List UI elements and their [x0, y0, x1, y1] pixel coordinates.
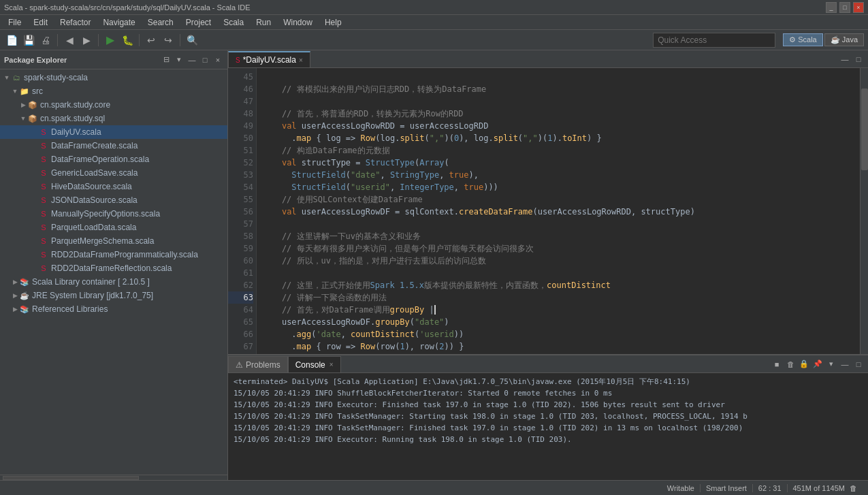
save-button[interactable]: 💾	[21, 33, 36, 48]
menu-edit[interactable]: Edit	[28, 16, 53, 29]
rdd2refl-label: RDD2DataFrameReflection.scala	[51, 264, 172, 273]
tree-item-parquetmerge[interactable]: S ParquetMergeSchema.scala	[0, 234, 227, 248]
console-pin-button[interactable]: 📌	[812, 359, 823, 370]
menu-project[interactable]: Project	[180, 16, 216, 29]
tree-item-jre[interactable]: ▶ ☕ JRE System Library [jdk1.7.0_75]	[0, 289, 227, 302]
console-menu-button[interactable]: ▾	[826, 359, 837, 370]
scala-icon-generic: S	[38, 167, 49, 178]
tree-item-dfcreate[interactable]: S DataFrameCreate.scala	[0, 139, 227, 153]
sidebar-close-button[interactable]: ×	[212, 54, 223, 65]
console-line-4: 15/10/05 20:41:29 INFO TaskSetManager: F…	[234, 422, 863, 434]
run-button[interactable]: ▶	[103, 33, 118, 48]
console-line-1: 15/10/05 20:41:29 INFO ShuffleBlockFetch…	[234, 387, 863, 399]
tree-item-dfop[interactable]: S DataFrameOperation.scala	[0, 153, 227, 166]
arrow-scala-lib[interactable]: ▶	[11, 278, 19, 285]
sidebar-menu-button[interactable]: ▾	[174, 54, 184, 65]
tree-item-sql[interactable]: ▼ 📦 cn.spark.study.sql	[0, 112, 227, 125]
arrow-jre[interactable]: ▶	[11, 292, 19, 299]
expand-arrow-project[interactable]: ▼	[3, 74, 11, 81]
menu-run[interactable]: Run	[251, 16, 276, 29]
tab-close-button[interactable]: ×	[299, 57, 303, 64]
status-writable[interactable]: Writable	[662, 484, 701, 492]
tree-item-scala-lib[interactable]: ▶ 📚 Scala Library container [ 2.10.5 ]	[0, 275, 227, 289]
bottom-tabs: ⚠ Problems Console × ■ 🗑 🔒 📌 ▾ — □	[228, 355, 868, 373]
tree-item-manual[interactable]: S ManuallySpecifyOptions.scala	[0, 207, 227, 221]
sidebar-max-button[interactable]: □	[199, 54, 210, 65]
prev-button[interactable]: ◀	[62, 33, 77, 48]
menu-file[interactable]: File	[3, 16, 27, 29]
editor-tab-dailyuv[interactable]: S *DailyUV.scala ×	[228, 51, 310, 67]
java-perspective-button[interactable]: ☕ Java	[824, 33, 864, 46]
sidebar-title: Package Explorer	[4, 56, 67, 64]
menu-window[interactable]: Window	[278, 16, 318, 29]
console-tab-close[interactable]: ×	[329, 361, 334, 368]
sidebar-hscroll[interactable]	[0, 475, 227, 480]
sidebar-actions: ⊟ ▾ — □ ×	[161, 54, 223, 65]
src-label: src	[32, 86, 43, 96]
menu-scala[interactable]: Scala	[218, 16, 249, 29]
editor-min-button[interactable]: —	[839, 54, 850, 65]
menu-navigate[interactable]: Navigate	[97, 16, 140, 29]
code-editor[interactable]: 45 46 47 48 49 50 51 52 53 54 55 56 57 5…	[228, 68, 868, 354]
tree-item-dailyuv[interactable]: S DailyUV.scala	[0, 125, 227, 139]
menu-help[interactable]: Help	[319, 16, 347, 29]
sidebar-collapse-button[interactable]: ⊟	[161, 54, 172, 65]
scala-perspective-button[interactable]: ⚙ Scala	[783, 33, 823, 46]
tab-label: *DailyUV.scala	[243, 55, 296, 65]
code-content[interactable]: // 将模拟出来的用户访问日志RDD，转换为DataFrame // 首先，将普…	[257, 68, 860, 354]
tree-item-core[interactable]: ▶ 📦 cn.spark.study.core	[0, 98, 227, 112]
tree-item-project[interactable]: ▼ 🗂 spark-study-scala	[0, 71, 227, 84]
problems-label: Problems	[246, 360, 280, 370]
scroll-thumb[interactable]	[861, 89, 868, 170]
next-button[interactable]: ▶	[79, 33, 94, 48]
new-button[interactable]: 📄	[4, 33, 19, 48]
console-scroll-lock-button[interactable]: 🔒	[799, 359, 809, 370]
menu-search[interactable]: Search	[142, 16, 179, 29]
menu-refactor[interactable]: Refactor	[54, 16, 96, 29]
tree-item-hive[interactable]: S HiveDataSource.scala	[0, 180, 227, 193]
maximize-button[interactable]: □	[839, 2, 850, 13]
package-icon-core: 📦	[27, 99, 38, 110]
status-bar: Writable Smart Insert 62 : 31 451M of 11…	[0, 480, 868, 495]
undo-button[interactable]: ↩	[144, 33, 159, 48]
expand-arrow-src[interactable]: ▼	[11, 88, 19, 95]
tree-item-parquet[interactable]: S ParquetLoadData.scala	[0, 221, 227, 234]
jre-icon: ☕	[19, 290, 30, 301]
scala-icon-manual: S	[38, 208, 49, 219]
tab-problems[interactable]: ⚠ Problems	[228, 356, 288, 372]
status-position: 62 : 31	[753, 484, 788, 492]
sidebar-min-button[interactable]: —	[187, 54, 197, 65]
print-button[interactable]: 🖨	[38, 33, 53, 48]
expand-arrow-core[interactable]: ▶	[19, 101, 27, 108]
editor-max-button[interactable]: □	[853, 54, 864, 65]
expand-arrow-sql[interactable]: ▼	[19, 115, 27, 122]
tab-console[interactable]: Console ×	[288, 356, 341, 372]
perspective-buttons: ⚙ Scala ☕ Java	[783, 33, 864, 46]
quick-access-input[interactable]	[658, 35, 771, 45]
memory-label: 451M of 1145M	[793, 484, 845, 492]
tree-item-reflibrary[interactable]: ▶ 📚 Referenced Libraries	[0, 302, 227, 316]
tree-item-rdd2refl[interactable]: S RDD2DataFrameReflection.scala	[0, 261, 227, 275]
scala-icon-parquet: S	[38, 222, 49, 233]
tree-item-json[interactable]: S JSONDataSource.scala	[0, 193, 227, 207]
window-controls[interactable]: _ □ ×	[826, 2, 864, 13]
scala-icon-rdd2prog: S	[38, 249, 49, 260]
arrow-reflib[interactable]: ▶	[11, 306, 19, 313]
search-toolbar-button[interactable]: 🔍	[184, 33, 199, 48]
tree-item-generic[interactable]: S GenericLoadSave.scala	[0, 166, 227, 180]
tree-item-rdd2prog[interactable]: S RDD2DataFrameProgrammatically.scala	[0, 248, 227, 261]
quick-access-box[interactable]	[653, 33, 775, 48]
debug-button[interactable]: 🐛	[120, 33, 135, 48]
console-max-button[interactable]: □	[853, 359, 864, 370]
tree-item-src[interactable]: ▼ 📁 src	[0, 84, 227, 98]
editor-vscrollbar[interactable]	[860, 68, 868, 354]
console-min-button[interactable]: —	[839, 359, 850, 370]
console-clear-button[interactable]: 🗑	[785, 359, 796, 370]
close-button[interactable]: ×	[853, 2, 864, 13]
gc-button[interactable]: 🗑	[850, 484, 857, 492]
redo-button[interactable]: ↪	[161, 33, 176, 48]
minimize-button[interactable]: _	[826, 2, 837, 13]
manual-label: ManuallySpecifyOptions.scala	[51, 209, 160, 219]
console-terminate-button[interactable]: ■	[771, 359, 782, 370]
status-insert-mode[interactable]: Smart Insert	[701, 484, 753, 492]
